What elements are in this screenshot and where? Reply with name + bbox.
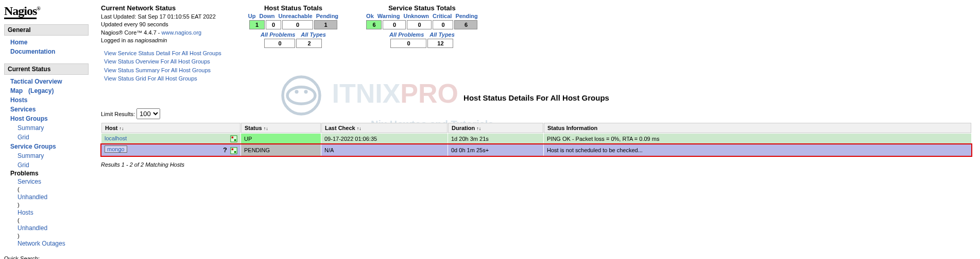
view-status-overview[interactable]: View Status Overview For All Host Groups (104, 57, 221, 66)
nav-service-groups-summary[interactable]: Summary (18, 151, 89, 160)
sort-icon[interactable]: ↑↓ (357, 126, 362, 131)
quick-search-label: Quick Search: (4, 255, 89, 259)
host-link[interactable]: mongo (105, 145, 127, 153)
svc-all-types-header[interactable]: All Types (427, 31, 457, 38)
svg-rect-8 (232, 148, 234, 150)
nav-host-groups[interactable]: Host Groups (10, 114, 89, 123)
info-cell: PING OK - Packet loss = 0%, RTA = 0.09 m… (544, 134, 971, 144)
host-down-count[interactable]: 0 (266, 20, 281, 29)
svc-critical-header[interactable]: Critical (432, 13, 453, 19)
network-status-title: Current Network Status (101, 4, 221, 12)
last-updated: Last Updated: Sat Sep 17 01:10:55 EAT 20… (101, 13, 221, 21)
host-unreachable-count[interactable]: 0 (282, 20, 313, 29)
svc-warning-header[interactable]: Warning (376, 13, 401, 19)
host-pending-header[interactable]: Pending (315, 13, 339, 19)
host-all-types-header[interactable]: All Types (299, 31, 328, 38)
nagios-org-link[interactable]: www.nagios.org (162, 29, 202, 36)
host-all-problems-count[interactable]: 0 (264, 39, 295, 48)
service-detail-icon[interactable] (230, 135, 237, 142)
host-totals-block: Host Status Totals Up Down Unreachable P… (247, 4, 339, 48)
nav-host-groups-grid[interactable]: Grid (18, 133, 89, 142)
col-status-info: Status Information (544, 123, 971, 133)
nav-documentation[interactable]: Documentation (10, 47, 89, 56)
service-totals-title: Service Status Totals (365, 4, 479, 12)
sort-icon[interactable]: ↑↓ (119, 126, 124, 131)
svg-rect-9 (234, 151, 236, 153)
col-last-check[interactable]: Last Check ↑↓ (321, 123, 448, 133)
view-service-status-detail[interactable]: View Service Status Detail For All Host … (104, 49, 221, 58)
service-totals-block: Service Status Totals Ok Warning Unknown… (365, 4, 479, 48)
svg-rect-5 (232, 136, 234, 138)
sidebar: Nagios® General Home Documentation Curre… (0, 0, 93, 259)
limit-results-label: Limit Results: (101, 111, 135, 117)
svc-pending-count[interactable]: 6 (454, 20, 477, 29)
status-cell: UP (241, 134, 321, 144)
duration-cell: 0d 0h 1m 25s+ (448, 144, 543, 156)
svc-ok-count[interactable]: 6 (366, 20, 382, 29)
limit-results-row: Limit Results: 100 (101, 108, 972, 119)
sort-icon[interactable]: ↑↓ (264, 126, 268, 131)
svg-rect-6 (234, 139, 236, 141)
nav-map-legacy[interactable]: (Legacy) (28, 87, 54, 94)
logo: Nagios® (4, 4, 89, 18)
svc-all-problems-count[interactable]: 0 (390, 39, 426, 48)
col-host[interactable]: Host ↑↓ (101, 123, 240, 133)
col-status[interactable]: Status ↑↓ (241, 123, 321, 133)
host-status-table: Host ↑↓ Status ↑↓ Last Check ↑↓ Duration… (101, 122, 972, 156)
host-cell: mongo ? (101, 144, 240, 156)
question-icon[interactable]: ? (223, 146, 227, 154)
svc-ok-header[interactable]: Ok (365, 13, 375, 19)
svc-all-types-count[interactable]: 12 (427, 39, 453, 48)
main-content: ITNIXPRO Nix Howtos and Tutorials Curren… (93, 0, 980, 259)
host-unreachable-header[interactable]: Unreachable (278, 13, 314, 19)
svc-pending-header[interactable]: Pending (454, 13, 478, 19)
host-down-header[interactable]: Down (259, 13, 276, 19)
nav-problems-hosts-unhandled[interactable]: Unhandled (18, 223, 89, 233)
host-link[interactable]: localhost (105, 135, 127, 141)
nav-problems-label: Problems (10, 170, 89, 177)
nav-home[interactable]: Home (10, 38, 89, 47)
svc-unknown-count[interactable]: 0 (407, 20, 432, 29)
duration-cell: 1d 20h 3m 21s (448, 134, 543, 144)
host-totals-title: Host Status Totals (247, 4, 339, 12)
host-up-header[interactable]: Up (247, 13, 257, 19)
service-detail-icon[interactable] (230, 147, 237, 154)
nav-hosts[interactable]: Hosts (10, 95, 89, 105)
info-cell: Host is not scheduled to be checked... (544, 144, 971, 156)
sort-icon[interactable]: ↑↓ (476, 126, 481, 131)
svc-critical-count[interactable]: 0 (433, 20, 453, 29)
limit-results-select[interactable]: 100 (136, 108, 160, 119)
nav-problems-services-unhandled[interactable]: Unhandled (18, 192, 89, 202)
nav-problems-hosts[interactable]: Hosts (18, 208, 89, 217)
svc-warning-count[interactable]: 0 (383, 20, 406, 29)
nav-header-general: General (4, 24, 89, 36)
svc-all-problems-header[interactable]: All Problems (387, 31, 426, 38)
status-cell: PENDING (241, 144, 321, 156)
section-title: Host Status Details For All Host Groups (101, 93, 972, 102)
table-row: mongo ? PENDING N/A 0d 0h 1m 25s+ Host i… (101, 144, 971, 156)
nav-services[interactable]: Services (10, 105, 89, 114)
view-status-grid[interactable]: View Status Grid For All Host Groups (104, 74, 221, 83)
core-version: Nagios® Core™ 4.4.7 - www.nagios.org (101, 29, 221, 37)
results-summary: Results 1 - 2 of 2 Matching Hosts (101, 161, 972, 168)
host-pending-count[interactable]: 1 (314, 20, 337, 29)
nav-map[interactable]: Map (10, 87, 23, 94)
col-duration[interactable]: Duration ↑↓ (448, 123, 543, 133)
host-all-types-count[interactable]: 2 (296, 39, 322, 48)
table-row: localhost UP 09-17-2022 01:06:35 1d 20h … (101, 134, 971, 144)
nav-service-groups-grid[interactable]: Grid (18, 160, 89, 170)
nav-service-groups[interactable]: Service Groups (10, 142, 89, 151)
svc-unknown-header[interactable]: Unknown (402, 13, 430, 19)
nav-host-groups-summary[interactable]: Summary (18, 123, 89, 133)
logged-in: Logged in as nagiosadmin (101, 37, 221, 44)
host-all-problems-header[interactable]: All Problems (259, 31, 297, 38)
nav-network-outages[interactable]: Network Outages (18, 239, 89, 248)
nav-problems-services[interactable]: Services (18, 177, 89, 186)
nav-header-current-status: Current Status (4, 63, 89, 75)
nav-tactical[interactable]: Tactical Overview (10, 77, 89, 86)
host-cell: localhost (101, 134, 240, 144)
last-check-cell: 09-17-2022 01:06:35 (321, 134, 448, 144)
host-up-count[interactable]: 1 (249, 20, 265, 29)
network-status-block: Current Network Status Last Updated: Sat… (101, 4, 221, 83)
view-status-summary[interactable]: View Status Summary For All Host Groups (104, 66, 221, 75)
